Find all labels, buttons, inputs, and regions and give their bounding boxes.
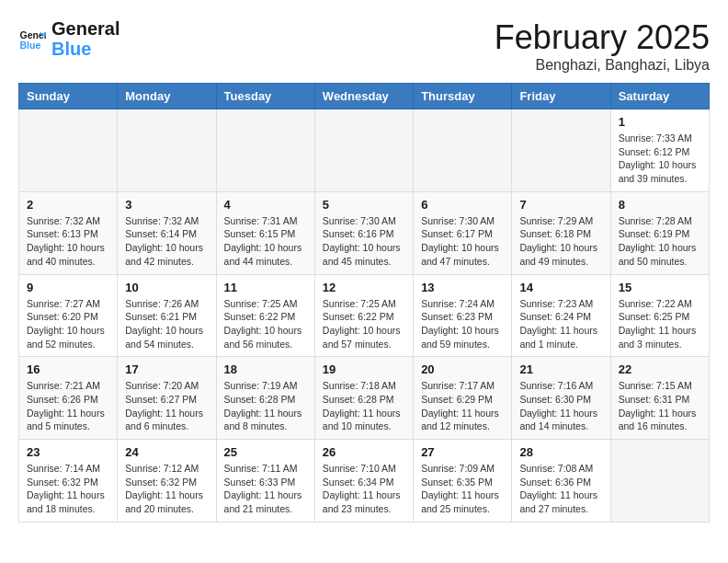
day-number: 19 — [323, 362, 405, 376]
day-number: 12 — [323, 281, 405, 294]
day-info: Sunrise: 7:10 AM Sunset: 6:34 PM Dayligh… — [323, 462, 405, 516]
day-info: Sunrise: 7:08 AM Sunset: 6:36 PM Dayligh… — [519, 462, 602, 516]
day-info: Sunrise: 7:23 AM Sunset: 6:24 PM Dayligh… — [519, 297, 602, 351]
calendar-cell: 22Sunrise: 7:15 AM Sunset: 6:31 PM Dayli… — [610, 357, 709, 440]
day-info: Sunrise: 7:33 AM Sunset: 6:12 PM Dayligh… — [619, 132, 701, 186]
logo-icon: General Blue — [18, 25, 46, 52]
location-subtitle: Benghazi, Banghazi, Libya — [495, 57, 710, 74]
calendar-cell: 16Sunrise: 7:21 AM Sunset: 6:26 PM Dayli… — [19, 357, 118, 440]
day-info: Sunrise: 7:30 AM Sunset: 6:16 PM Dayligh… — [323, 214, 405, 269]
calendar-cell: 24Sunrise: 7:12 AM Sunset: 6:32 PM Dayli… — [118, 440, 216, 523]
day-number: 7 — [519, 198, 602, 212]
day-info: Sunrise: 7:25 AM Sunset: 6:22 PM Dayligh… — [224, 297, 307, 351]
day-number: 24 — [125, 445, 208, 459]
calendar-cell — [512, 109, 610, 192]
day-info: Sunrise: 7:31 AM Sunset: 6:15 PM Dayligh… — [224, 214, 307, 269]
day-info: Sunrise: 7:24 AM Sunset: 6:23 PM Dayligh… — [421, 297, 504, 351]
day-number: 17 — [125, 362, 208, 376]
calendar-cell: 9Sunrise: 7:27 AM Sunset: 6:20 PM Daylig… — [19, 274, 118, 357]
calendar-cell — [118, 109, 216, 192]
calendar-cell: 13Sunrise: 7:24 AM Sunset: 6:23 PM Dayli… — [414, 274, 512, 357]
calendar-cell: 11Sunrise: 7:25 AM Sunset: 6:22 PM Dayli… — [216, 274, 314, 357]
calendar-header-row: SundayMondayTuesdayWednesdayThursdayFrid… — [19, 84, 710, 109]
calendar-cell: 8Sunrise: 7:28 AM Sunset: 6:19 PM Daylig… — [610, 191, 709, 274]
calendar-cell: 23Sunrise: 7:14 AM Sunset: 6:32 PM Dayli… — [19, 440, 118, 523]
calendar-cell: 12Sunrise: 7:25 AM Sunset: 6:22 PM Dayli… — [314, 274, 413, 357]
calendar-cell: 19Sunrise: 7:18 AM Sunset: 6:28 PM Dayli… — [314, 357, 413, 440]
day-info: Sunrise: 7:20 AM Sunset: 6:27 PM Dayligh… — [125, 379, 208, 433]
logo: General Blue General Blue — [18, 18, 119, 59]
day-number: 16 — [27, 362, 109, 376]
calendar-cell: 18Sunrise: 7:19 AM Sunset: 6:28 PM Dayli… — [216, 357, 314, 440]
day-info: Sunrise: 7:30 AM Sunset: 6:17 PM Dayligh… — [421, 214, 504, 269]
calendar-cell: 7Sunrise: 7:29 AM Sunset: 6:18 PM Daylig… — [512, 191, 610, 274]
calendar-cell: 14Sunrise: 7:23 AM Sunset: 6:24 PM Dayli… — [512, 274, 610, 357]
header: General Blue General Blue February 2025 … — [18, 18, 710, 74]
calendar-cell: 6Sunrise: 7:30 AM Sunset: 6:17 PM Daylig… — [414, 191, 512, 274]
calendar-cell: 5Sunrise: 7:30 AM Sunset: 6:16 PM Daylig… — [314, 191, 413, 274]
calendar-cell — [610, 440, 709, 523]
header-sunday: Sunday — [19, 84, 118, 109]
day-info: Sunrise: 7:09 AM Sunset: 6:35 PM Dayligh… — [421, 462, 504, 516]
day-number: 28 — [519, 445, 602, 459]
day-number: 2 — [27, 198, 109, 212]
day-number: 6 — [421, 198, 504, 212]
day-number: 3 — [125, 198, 208, 212]
day-info: Sunrise: 7:22 AM Sunset: 6:25 PM Dayligh… — [619, 297, 701, 351]
day-info: Sunrise: 7:15 AM Sunset: 6:31 PM Dayligh… — [619, 379, 701, 433]
calendar-cell: 17Sunrise: 7:20 AM Sunset: 6:27 PM Dayli… — [118, 357, 216, 440]
calendar-cell — [216, 109, 314, 192]
day-info: Sunrise: 7:32 AM Sunset: 6:13 PM Dayligh… — [27, 214, 109, 269]
day-info: Sunrise: 7:29 AM Sunset: 6:18 PM Dayligh… — [519, 214, 602, 269]
day-number: 21 — [519, 362, 602, 376]
day-number: 11 — [224, 281, 307, 294]
calendar-cell: 21Sunrise: 7:16 AM Sunset: 6:30 PM Dayli… — [512, 357, 610, 440]
day-number: 13 — [421, 281, 504, 294]
calendar-cell: 27Sunrise: 7:09 AM Sunset: 6:35 PM Dayli… — [414, 440, 512, 523]
day-number: 26 — [323, 445, 405, 459]
day-number: 10 — [125, 281, 208, 294]
month-title: February 2025 — [495, 18, 710, 57]
day-info: Sunrise: 7:25 AM Sunset: 6:22 PM Dayligh… — [323, 297, 405, 351]
day-info: Sunrise: 7:28 AM Sunset: 6:19 PM Dayligh… — [619, 214, 701, 269]
day-info: Sunrise: 7:26 AM Sunset: 6:21 PM Dayligh… — [125, 297, 208, 351]
calendar-cell: 28Sunrise: 7:08 AM Sunset: 6:36 PM Dayli… — [512, 440, 610, 523]
header-wednesday: Wednesday — [314, 84, 413, 109]
day-info: Sunrise: 7:16 AM Sunset: 6:30 PM Dayligh… — [519, 379, 602, 433]
day-number: 15 — [619, 281, 701, 294]
calendar-week-5: 23Sunrise: 7:14 AM Sunset: 6:32 PM Dayli… — [19, 440, 710, 523]
day-info: Sunrise: 7:12 AM Sunset: 6:32 PM Dayligh… — [125, 462, 208, 516]
day-info: Sunrise: 7:14 AM Sunset: 6:32 PM Dayligh… — [27, 462, 109, 516]
day-number: 23 — [27, 445, 109, 459]
day-info: Sunrise: 7:11 AM Sunset: 6:33 PM Dayligh… — [224, 462, 307, 516]
day-number: 1 — [619, 115, 701, 129]
day-number: 5 — [323, 198, 405, 212]
day-info: Sunrise: 7:19 AM Sunset: 6:28 PM Dayligh… — [224, 379, 307, 433]
day-info: Sunrise: 7:18 AM Sunset: 6:28 PM Dayligh… — [323, 379, 405, 433]
calendar-cell: 1Sunrise: 7:33 AM Sunset: 6:12 PM Daylig… — [610, 109, 709, 192]
svg-text:Blue: Blue — [20, 40, 41, 51]
logo-blue: Blue — [51, 39, 119, 59]
header-thursday: Thursday — [414, 84, 512, 109]
title-area: February 2025 Benghazi, Banghazi, Libya — [495, 18, 710, 74]
day-number: 20 — [421, 362, 504, 376]
calendar-cell — [314, 109, 413, 192]
header-saturday: Saturday — [610, 84, 709, 109]
calendar-week-2: 2Sunrise: 7:32 AM Sunset: 6:13 PM Daylig… — [19, 191, 710, 274]
calendar-cell: 26Sunrise: 7:10 AM Sunset: 6:34 PM Dayli… — [314, 440, 413, 523]
day-number: 27 — [421, 445, 504, 459]
calendar-cell: 25Sunrise: 7:11 AM Sunset: 6:33 PM Dayli… — [216, 440, 314, 523]
calendar-cell: 2Sunrise: 7:32 AM Sunset: 6:13 PM Daylig… — [19, 191, 118, 274]
day-info: Sunrise: 7:32 AM Sunset: 6:14 PM Dayligh… — [125, 214, 208, 269]
day-number: 4 — [224, 198, 307, 212]
calendar-cell: 20Sunrise: 7:17 AM Sunset: 6:29 PM Dayli… — [414, 357, 512, 440]
calendar-cell — [414, 109, 512, 192]
header-tuesday: Tuesday — [216, 84, 314, 109]
header-friday: Friday — [512, 84, 610, 109]
header-monday: Monday — [118, 84, 216, 109]
day-number: 25 — [224, 445, 307, 459]
logo-general: General — [51, 18, 119, 39]
calendar-table: SundayMondayTuesdayWednesdayThursdayFrid… — [18, 83, 710, 523]
day-info: Sunrise: 7:21 AM Sunset: 6:26 PM Dayligh… — [27, 379, 109, 433]
day-number: 9 — [27, 281, 109, 294]
